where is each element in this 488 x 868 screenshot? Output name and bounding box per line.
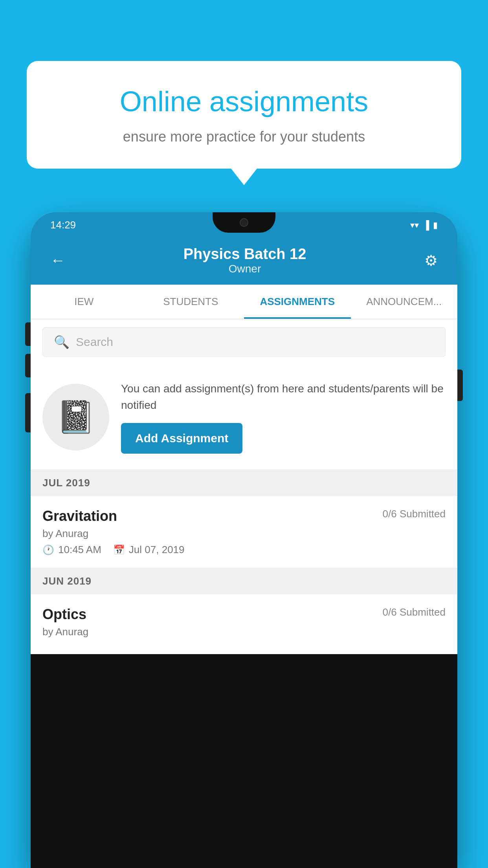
header-title: Physics Batch 12 xyxy=(183,246,306,263)
notch xyxy=(213,212,275,233)
month-header-jun: JUN 2019 xyxy=(31,568,457,594)
settings-icon[interactable]: ⚙ xyxy=(424,252,438,269)
assignment-promo-block: 📓 You can add assignment(s) from here an… xyxy=(31,365,457,470)
side-button-right xyxy=(457,370,463,401)
assignment-by: by Anurag xyxy=(42,528,446,540)
calendar-icon: 📅 xyxy=(113,544,125,555)
volume-down-button xyxy=(25,354,31,377)
optics-item-top: Optics 0/6 Submitted xyxy=(42,606,446,623)
search-placeholder: Search xyxy=(76,335,113,349)
assignment-item-top: Gravitation 0/6 Submitted xyxy=(42,508,446,524)
assignment-submitted: 0/6 Submitted xyxy=(383,508,446,520)
optics-name: Optics xyxy=(42,606,86,623)
optics-submitted: 0/6 Submitted xyxy=(383,606,446,618)
back-button[interactable]: ← xyxy=(50,252,65,269)
screen-content: 🔍 Search 📓 You can add assignment(s) fro… xyxy=(31,319,457,654)
tab-assignments[interactable]: ASSIGNMENTS xyxy=(244,285,351,319)
assignment-promo-text: You can add assignment(s) from here and … xyxy=(121,381,446,414)
volume-up-button xyxy=(25,322,31,346)
assignment-time: 🕐 10:45 AM xyxy=(42,544,101,556)
status-bar: 14:29 ▾▾ ▐ ▮ xyxy=(31,212,457,238)
assignment-item-gravitation[interactable]: Gravitation 0/6 Submitted by Anurag 🕐 10… xyxy=(31,496,457,568)
phone-outer: 14:29 ▾▾ ▐ ▮ ← Physics Batch 12 Owner ⚙ … xyxy=(31,212,457,868)
app-header: ← Physics Batch 12 Owner ⚙ xyxy=(31,238,457,285)
tab-students[interactable]: STUDENTS xyxy=(138,285,244,319)
front-camera xyxy=(240,218,248,227)
promo-subtitle: ensure more practice for your students xyxy=(54,127,434,147)
promo-title: Online assignments xyxy=(54,85,434,118)
assignment-icon-circle: 📓 xyxy=(42,384,109,451)
signal-icon: ▐ xyxy=(423,220,429,230)
assignment-item-optics[interactable]: Optics 0/6 Submitted by Anurag xyxy=(31,594,457,654)
power-button xyxy=(25,393,31,432)
status-icons: ▾▾ ▐ ▮ xyxy=(410,220,438,230)
header-center: Physics Batch 12 Owner xyxy=(183,246,306,275)
assignment-time-value: 10:45 AM xyxy=(58,544,101,556)
speech-bubble: Online assignments ensure more practice … xyxy=(27,61,461,169)
search-icon: 🔍 xyxy=(54,335,70,349)
add-assignment-button[interactable]: Add Assignment xyxy=(121,423,242,454)
assignment-promo-right: You can add assignment(s) from here and … xyxy=(121,381,446,454)
clock-icon: 🕐 xyxy=(42,544,54,555)
assignment-name: Gravitation xyxy=(42,508,117,524)
search-bar[interactable]: 🔍 Search xyxy=(42,327,446,357)
search-bar-container: 🔍 Search xyxy=(31,319,457,365)
assignment-date: 📅 Jul 07, 2019 xyxy=(113,544,185,556)
battery-icon: ▮ xyxy=(433,220,438,230)
tabs-bar: IEW STUDENTS ASSIGNMENTS ANNOUNCEM... xyxy=(31,285,457,319)
wifi-icon: ▾▾ xyxy=(410,220,419,230)
status-time: 14:29 xyxy=(50,219,76,231)
tab-announcements[interactable]: ANNOUNCEM... xyxy=(351,285,458,319)
phone-mockup: 14:29 ▾▾ ▐ ▮ ← Physics Batch 12 Owner ⚙ … xyxy=(31,212,457,868)
optics-by: by Anurag xyxy=(42,626,446,638)
assignment-date-value: Jul 07, 2019 xyxy=(129,544,185,556)
tab-iew[interactable]: IEW xyxy=(31,285,138,319)
month-header-jul: JUL 2019 xyxy=(31,470,457,496)
notebook-icon: 📓 xyxy=(56,399,95,436)
header-subtitle: Owner xyxy=(183,263,306,275)
promo-container: Online assignments ensure more practice … xyxy=(27,61,461,169)
assignment-meta: 🕐 10:45 AM 📅 Jul 07, 2019 xyxy=(42,544,446,556)
